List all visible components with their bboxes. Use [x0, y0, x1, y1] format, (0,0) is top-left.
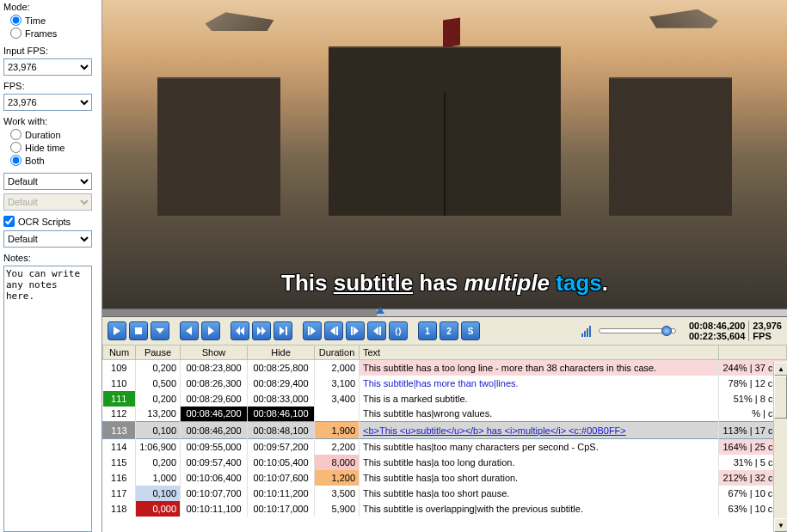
cell-dur: 3,500	[315, 486, 360, 501]
volume-knob[interactable]	[661, 326, 672, 336]
table-row[interactable]: 110 0,500 00:08:26,300 00:08:29,400 3,10…	[103, 376, 787, 391]
work-both-radio[interactable]: Both	[10, 155, 98, 166]
stop-button[interactable]	[129, 321, 148, 340]
vertical-scrollbar[interactable]: ▲ ▼	[773, 362, 787, 532]
cell-text: This subtitle has|a too short pause.	[360, 486, 719, 501]
table-row[interactable]: 118 0,000 00:10:11,100 00:10:17,000 5,90…	[103, 501, 787, 517]
col-pause[interactable]: Pause	[136, 345, 181, 360]
mark-prev-button[interactable]	[324, 321, 343, 340]
work-hide-radio[interactable]: Hide time	[10, 142, 98, 153]
play-button[interactable]	[108, 321, 126, 340]
table-row[interactable]: 116 1,000 00:10:06,400 00:10:07,600 1,20…	[103, 470, 787, 486]
col-show[interactable]: Show	[181, 345, 248, 360]
cell-text: This subtitle is overlapping|with the pr…	[360, 501, 719, 517]
settings-sidebar: Mode: Time Frames Input FPS: 23,976 FPS:…	[0, 0, 102, 532]
col-pct[interactable]	[719, 345, 787, 360]
mode-label: Mode:	[3, 2, 98, 12]
building-graphic	[609, 77, 732, 217]
scroll-up-icon[interactable]: ▲	[774, 362, 787, 376]
input-fps-select[interactable]: 23,976	[3, 58, 92, 76]
work-duration-radio[interactable]: Duration	[10, 129, 98, 140]
table-row[interactable]: 115 0,200 00:09:57,400 00:10:05,400 8,00…	[103, 455, 787, 470]
mark-out-button[interactable]	[367, 321, 386, 340]
cell-text: This subtitle has|wrong values.	[360, 407, 719, 422]
sync-button[interactable]: ⟨⟩	[389, 321, 408, 340]
preset-s-button[interactable]: S	[461, 321, 480, 340]
col-hide[interactable]: Hide	[248, 345, 315, 360]
subtitle-text-underline: subtitle	[334, 270, 413, 296]
cell-hide: 00:08:29,400	[248, 376, 315, 391]
timeline-thumb[interactable]	[376, 307, 384, 314]
cell-text: This subtitle has|too many characters pe…	[360, 439, 719, 455]
cell-pause: 0,100	[136, 486, 181, 501]
scroll-thumb[interactable]	[774, 376, 787, 419]
video-preview[interactable]: This subtitle has multiple tags.	[102, 0, 787, 309]
main-panel: This subtitle has multiple tags. ⟨⟩ 1 2 …	[102, 0, 787, 532]
cell-pause: 13,200	[136, 407, 181, 422]
cell-dur: 1,200	[315, 470, 360, 486]
mode-time-label: Time	[25, 15, 46, 26]
cell-show: 00:09:57,400	[181, 455, 248, 470]
prev-button[interactable]	[180, 321, 199, 340]
step-fwd-button[interactable]	[274, 321, 292, 340]
work-with-label: Work with:	[3, 116, 98, 126]
subtitle-text-italic: multiple	[464, 270, 550, 296]
table-row[interactable]: 111 0,200 00:08:29,600 00:08:33,000 3,40…	[103, 391, 787, 407]
cell-hide: 00:08:46,100	[248, 407, 315, 422]
subtitle-overlay: This subtitle has multiple tags.	[102, 270, 787, 297]
mode-time-radio[interactable]: Time	[10, 15, 98, 26]
cell-pause: 0,200	[136, 391, 181, 407]
table-row[interactable]: 112 13,200 00:08:46,200 00:08:46,100 Thi…	[103, 407, 787, 422]
cell-num: 110	[103, 376, 136, 391]
video-frame	[102, 0, 787, 309]
table-row[interactable]: 114 1:06,900 00:09:55,000 00:09:57,200 2…	[103, 439, 787, 455]
preset-2-button[interactable]: 2	[440, 321, 458, 340]
preset-1-button[interactable]: 1	[418, 321, 437, 340]
ocr-scripts-label: OCR Scripts	[18, 217, 71, 227]
style2-select: Default	[3, 193, 92, 211]
cell-num: 115	[103, 455, 136, 470]
cell-num: 117	[103, 486, 136, 501]
table-row[interactable]: 117 0,100 00:10:07,700 00:10:11,200 3,50…	[103, 486, 787, 501]
cell-pause: 0,500	[136, 376, 181, 391]
ocr-select[interactable]: Default	[3, 230, 92, 248]
style1-select[interactable]: Default	[3, 173, 92, 190]
table-row-selected[interactable]: 113 0,100 00:08:46,200 00:08:48,100 1,90…	[103, 422, 787, 439]
cell-pause: 1,000	[136, 470, 181, 486]
table-row[interactable]: 109 0,200 00:08:23,800 00:08:25,800 2,00…	[103, 360, 787, 376]
fps-select[interactable]: 23,976	[3, 94, 92, 111]
fastfwd-button[interactable]	[252, 321, 271, 340]
cell-hide: 00:08:48,100	[248, 422, 315, 439]
cell-text: This subtitle has a too long line - more…	[360, 360, 719, 376]
rewind-button[interactable]	[231, 321, 249, 340]
cell-hide: 00:08:25,800	[248, 360, 315, 376]
col-num[interactable]: Num	[103, 345, 136, 360]
notes-textarea[interactable]: You can write any notes here.	[3, 266, 92, 532]
cell-dur: 2,200	[315, 439, 360, 455]
input-fps-label: Input FPS:	[3, 46, 98, 56]
timeline-seekbar[interactable]	[102, 309, 787, 317]
col-duration[interactable]: Duration	[315, 345, 360, 360]
mark-in-button[interactable]	[303, 321, 322, 340]
flag-graphic	[443, 17, 460, 47]
mark-next-button[interactable]	[346, 321, 365, 340]
ocr-scripts-checkbox[interactable]: OCR Scripts	[3, 216, 98, 227]
cell-text: This subtitle has|a too long duration.	[360, 455, 719, 470]
col-text[interactable]: Text	[360, 345, 719, 360]
scroll-down-icon[interactable]: ▼	[774, 518, 787, 532]
scroll-track[interactable]	[774, 376, 787, 518]
cell-num: 109	[103, 360, 136, 376]
cell-pause: 0,000	[136, 501, 181, 517]
cell-show: 00:10:06,400	[181, 470, 248, 486]
cell-show: 00:08:26,300	[181, 376, 248, 391]
volume-slider[interactable]	[599, 328, 676, 333]
scroll-down-button[interactable]	[151, 321, 169, 340]
cell-num: 114	[103, 439, 136, 455]
cell-hide: 00:10:11,200	[248, 486, 315, 501]
cell-num: 118	[103, 501, 136, 517]
mode-frames-radio[interactable]: Frames	[10, 28, 98, 39]
subtitle-text: has	[413, 270, 464, 296]
work-hide-label: Hide time	[25, 143, 65, 153]
cell-dur: 8,000	[315, 455, 360, 470]
next-button[interactable]	[201, 321, 220, 340]
